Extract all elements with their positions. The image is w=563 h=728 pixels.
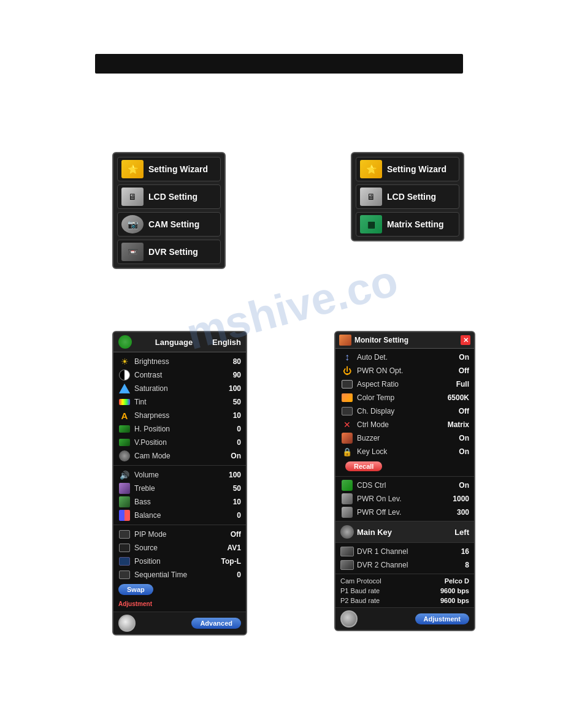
contrast-icon [118, 370, 131, 381]
monitor-row-p1baud[interactable]: P1 Baud rate 9600 bps [335, 586, 474, 596]
monitor-row-p2baud[interactable]: P2 Baud rate 9600 bps [335, 596, 474, 605]
lcd-position-value: Top-L [221, 557, 241, 566]
menu-item-label-lcd-setting: LCD Setting [148, 192, 197, 202]
lcd-row-sharpness[interactable]: A Sharpness 10 [113, 409, 246, 422]
monitor-p2baud-label: P2 Baud rate [340, 597, 440, 604]
advanced-button[interactable]: Advanced [191, 618, 241, 629]
menu-item-right-lcd-setting[interactable]: 🖥 LCD Setting [356, 184, 459, 209]
monitor-pwronlev-value: 1000 [453, 495, 469, 503]
monitor-row-colortemp[interactable]: Color Temp 6500K [335, 391, 474, 404]
adj-label-row: Adjustment [113, 597, 246, 609]
menu-right-panel: ⭐ Setting Wizard 🖥 LCD Setting ▦ Matrix … [351, 152, 464, 241]
menu-item-dvr-setting[interactable]: 📼 DVR Setting [117, 240, 221, 264]
monitor-header-label: Monitor Setting [354, 336, 461, 344]
lcd-row-tint[interactable]: Tint 50 [113, 395, 246, 409]
monitor-row-mainkey[interactable]: Main Key Left [335, 523, 474, 540]
adjustment-button[interactable]: Adjustment [415, 613, 470, 624]
monitor-keylock-label: Key Lock [357, 447, 459, 456]
brightness-icon: ☀ [118, 356, 131, 367]
wizard-icon-right: ⭐ [360, 160, 382, 178]
pwronlev-icon [340, 493, 354, 504]
monitor-camprot-section: Cam Protocol Pelco D P1 Baud rate 9600 b… [335, 574, 474, 608]
wizard-icon: ⭐ [121, 160, 144, 178]
top-bar [95, 54, 463, 74]
monitor-pwronopt-label: PWR ON Opt. [357, 366, 459, 375]
lcd-row-position[interactable]: Position Top-L [113, 555, 246, 568]
ctrlmode-icon: ✕ [340, 419, 354, 430]
lcd-contrast-label: Contrast [134, 371, 233, 379]
lcd-tint-label: Tint [134, 398, 233, 406]
monitor-dvr1-value: 16 [461, 547, 469, 556]
monitor-pwronlev-label: PWR On Lev. [357, 495, 453, 503]
monitor-chdisplay-label: Ch. Display [357, 407, 459, 415]
menu-item-label-right-setting-wizard: Setting Wizard [387, 164, 446, 174]
recall-button[interactable]: Recall [345, 461, 382, 471]
recall-button-row: Recall [335, 458, 474, 474]
lcd-tint-value: 50 [233, 398, 241, 406]
lcd-row-contrast[interactable]: Contrast 90 [113, 368, 246, 382]
lcd-row-brightness[interactable]: ☀ Brightness 80 [113, 355, 246, 368]
lcd-picture-section: ☀ Brightness 80 Contrast 90 Saturation 1… [113, 352, 246, 466]
lcd-row-pipmode[interactable]: PIP Mode Off [113, 528, 246, 541]
monitor-panel-header: Monitor Setting ✕ [335, 332, 474, 349]
monitor-footer-icon [340, 610, 358, 628]
swap-button-row: Swap [113, 582, 246, 597]
monitor-row-pwrofflev[interactable]: PWR Off Lev. 300 [335, 506, 474, 519]
lcd-saturation-value: 100 [229, 384, 241, 393]
lcd-row-hposition[interactable]: H. Position 0 [113, 422, 246, 436]
source-icon [118, 542, 131, 553]
monitor-row-dvr2[interactable]: DVR 2 Channel 8 [335, 558, 474, 572]
lcd-row-volume[interactable]: 🔊 Volume 100 [113, 468, 246, 482]
monitor-row-autodet[interactable]: ↕ Auto Det. On [335, 351, 474, 364]
lcd-header-value: English [212, 338, 241, 347]
monitor-row-buzzer[interactable]: Buzzer On [335, 431, 474, 445]
lcd-row-balance[interactable]: Balance 0 [113, 509, 246, 522]
monitor-row-camprot[interactable]: Cam Protocol Pelco D [335, 576, 474, 586]
lcd-row-saturation[interactable]: Saturation 100 [113, 382, 246, 395]
monitor-row-chdisplay[interactable]: Ch. Display Off [335, 404, 474, 418]
monitor-row-cdsctrl[interactable]: CDS Ctrl On [335, 479, 474, 492]
lcd-pip-section: PIP Mode Off Source AV1 Position Top-L S… [113, 525, 246, 612]
monitor-row-ctrlmode[interactable]: ✕ Ctrl Mode Matrix [335, 418, 474, 431]
monitor-pwrofflev-label: PWR Off Lev. [357, 508, 457, 517]
lcd-row-seqtime[interactable]: Sequential Time 0 [113, 568, 246, 582]
lcd-contrast-value: 90 [233, 371, 241, 379]
menu-item-setting-wizard[interactable]: ⭐ Setting Wizard [117, 157, 221, 181]
lcd-position-label: Position [134, 557, 221, 566]
dvr2-icon [340, 559, 354, 571]
monitor-row-aspect[interactable]: Aspect Ratio Full [335, 377, 474, 391]
menu-item-label-setting-wizard: Setting Wizard [148, 164, 208, 174]
monitor-row-keylock[interactable]: 🔒 Key Lock On [335, 445, 474, 458]
monitor-row-pwronlev[interactable]: PWR On Lev. 1000 [335, 492, 474, 506]
menu-item-lcd-setting[interactable]: 🖥 LCD Setting [117, 184, 221, 209]
lcd-header-icon [118, 335, 132, 349]
monitor-dvr2-label: DVR 2 Channel [357, 561, 465, 569]
monitor-header-icon [339, 335, 351, 346]
lcd-bass-value: 10 [233, 498, 241, 506]
keylock-icon: 🔒 [340, 446, 354, 457]
lcd-row-bass[interactable]: Bass 10 [113, 495, 246, 509]
monitor-keylock-value: On [459, 447, 469, 456]
monitor-panel-footer: Adjustment [335, 608, 474, 630]
matrix-icon: ▦ [360, 215, 382, 233]
monitor-aspect-label: Aspect Ratio [357, 380, 456, 389]
monitor-colortemp-value: 6500K [448, 393, 469, 402]
monitor-close-button[interactable]: ✕ [461, 335, 470, 345]
lcd-icon-right: 🖥 [360, 188, 382, 206]
chdisplay-icon [340, 406, 354, 417]
menu-item-cam-setting[interactable]: 📷 CAM Setting [117, 212, 221, 237]
swap-button[interactable]: Swap [118, 584, 153, 595]
vposition-icon [118, 437, 131, 448]
lcd-row-treble[interactable]: Treble 50 [113, 482, 246, 495]
menu-item-right-matrix-setting[interactable]: ▦ Matrix Setting [356, 212, 459, 237]
monitor-buzzer-label: Buzzer [357, 434, 459, 442]
monitor-row-pwronopt[interactable]: ⏻ PWR ON Opt. Off [335, 364, 474, 377]
lcd-row-cammode[interactable]: Cam Mode On [113, 449, 246, 463]
menu-item-right-setting-wizard[interactable]: ⭐ Setting Wizard [356, 157, 459, 181]
monitor-cds-section: CDS Ctrl On PWR On Lev. 1000 PWR Off Lev… [335, 477, 474, 521]
lcd-row-source[interactable]: Source AV1 [113, 541, 246, 555]
lcd-row-vposition[interactable]: V.Position 0 [113, 436, 246, 449]
monitor-row-dvr1[interactable]: DVR 1 Channel 16 [335, 545, 474, 558]
monitor-dvr1-label: DVR 1 Channel [357, 547, 461, 556]
monitor-autodet-value: On [459, 353, 469, 362]
